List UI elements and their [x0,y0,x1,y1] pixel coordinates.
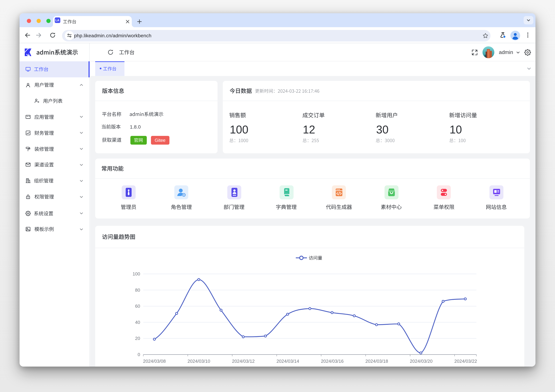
svg-text:80: 80 [135,287,140,292]
svg-text:40: 40 [135,319,140,325]
svg-text:100: 100 [133,271,140,276]
svg-text:0: 0 [138,352,140,357]
svg-text:2024/03/18: 2024/03/18 [365,358,388,363]
svg-text:2024/03/10: 2024/03/10 [188,358,210,363]
svg-text:2024/03/12: 2024/03/12 [232,358,255,363]
svg-text:20: 20 [135,335,140,341]
svg-text:2024/03/20: 2024/03/20 [410,358,432,363]
svg-text:2024/03/16: 2024/03/16 [321,358,343,363]
svg-text:60: 60 [135,303,140,309]
svg-text:2024/03/14: 2024/03/14 [277,358,299,363]
svg-text:2024/03/22: 2024/03/22 [454,358,477,363]
svg-text:2024/03/08: 2024/03/08 [143,358,166,363]
